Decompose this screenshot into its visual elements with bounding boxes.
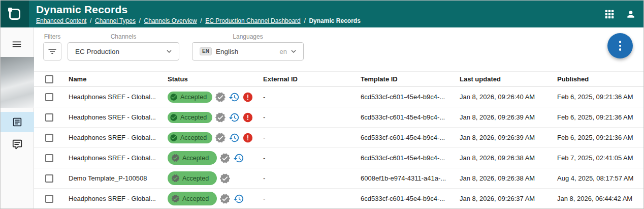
verified-icon[interactable] [215,92,226,103]
sidebar-preview-image [1,57,34,108]
row-checkbox[interactable] [45,195,53,203]
breadcrumb-separator: / [197,17,206,24]
check-icon [170,113,178,122]
table-row[interactable]: Headphones SREF - Global... Accepted - 6… [34,189,643,209]
breadcrumb-link[interactable]: Channels Overview [144,17,197,24]
verified-icon[interactable] [219,173,231,184]
status-badge: Accepted [168,151,217,165]
history-icon[interactable] [229,132,240,143]
languages-select[interactable]: EN English en [192,42,304,61]
status-cell: Accepted [168,171,250,185]
last-updated: Jan 8, 2026, 09:26:38 AM [453,168,551,189]
row-checkbox[interactable] [45,154,53,162]
status-label: Accepted [182,195,209,203]
breadcrumb-link[interactable]: Dynamic Records [309,17,360,24]
alert-icon[interactable] [242,132,253,143]
status-badge: Accepted [168,112,212,123]
verified-icon[interactable] [215,112,226,123]
sidebar-item-comments[interactable] [1,134,34,155]
language-flag-chip: EN [200,47,212,55]
check-icon [171,194,180,203]
languages-group: Languages EN English en [192,34,304,61]
table-row[interactable]: Headphones SREF - Global... Accepted - 6… [34,148,643,168]
column-header-last-updated[interactable]: Last updated [453,72,551,87]
table-row[interactable]: Headphones SREF - Global... Accepted - 6… [34,128,643,148]
breadcrumb-separator: / [136,17,144,24]
row-checkbox[interactable] [45,174,53,183]
status-label: Accepted [180,93,207,101]
main-content: Filters Channels EC Production Lan [34,27,643,209]
record-name: Headphones SREF - Global... [62,107,161,128]
published: Feb 6, 2025, 09:21:36 AM [551,128,643,148]
records-table: NameStatusExternal IDTemplate IDLast upd… [34,71,643,209]
status-cell: Accepted [168,92,250,103]
last-updated: Jan 8, 2026, 09:26:37 AM [453,189,551,209]
channels-group: Channels EC Production [68,34,179,61]
column-header-external-id[interactable]: External ID [256,72,354,87]
breadcrumb-link[interactable]: EC Production Channel Dashboard [205,17,300,24]
alert-icon[interactable] [242,112,253,123]
language-code: en [280,48,287,55]
history-icon[interactable] [233,153,244,164]
check-icon [170,134,178,142]
history-icon[interactable] [229,92,240,103]
external-id: - [256,87,354,107]
column-header-published[interactable]: Published [551,72,643,87]
status-badge: Accepted [168,92,212,103]
breadcrumb-link[interactable]: Channel Types [95,17,136,24]
filters-label: Filters [44,34,61,40]
check-icon [170,93,178,101]
verified-icon[interactable] [215,132,226,143]
account-icon[interactable] [625,9,636,20]
record-name: Headphones SREF - Global... [62,148,161,168]
verified-icon[interactable] [219,193,231,204]
breadcrumb-link[interactable]: Enhanced Content [36,17,86,24]
table-header-row: NameStatusExternal IDTemplate IDLast upd… [34,72,643,87]
alert-icon[interactable] [242,92,253,103]
history-icon[interactable] [229,112,240,123]
languages-label: Languages [233,34,263,40]
external-id: - [256,128,354,148]
row-checkbox[interactable] [45,93,53,101]
more-vertical-icon [619,41,622,51]
published: Feb 6, 2025, 09:21:36 AM [551,87,643,107]
last-updated: Jan 8, 2026, 09:26:40 AM [453,87,551,107]
more-actions-fab[interactable] [607,33,633,58]
app-logo[interactable] [1,1,29,27]
column-header-template-id[interactable]: Template ID [354,72,453,87]
menu-icon[interactable] [11,39,23,51]
select-all-checkbox[interactable] [45,75,53,83]
status-label: Accepted [180,113,207,122]
template-id: 6cd533cf-c601-45e4-b9c4-... [354,189,453,209]
channels-select[interactable]: EC Production [68,42,179,61]
external-id: - [256,107,354,128]
body: Filters Channels EC Production Lan [1,27,643,209]
sidebar-item-records[interactable] [1,112,34,132]
filter-icon [47,46,57,56]
row-checkbox[interactable] [45,113,53,122]
apps-grid-icon[interactable] [604,9,615,20]
last-updated: Jan 8, 2026, 09:26:39 AM [453,107,551,128]
breadcrumb-separator: / [86,17,95,24]
history-icon[interactable] [233,193,244,204]
column-header-status[interactable]: Status [161,72,256,87]
record-name: Headphones SREF - Global... [62,189,161,209]
published: Feb 6, 2025, 09:21:36 AM [551,107,643,128]
status-cell: Accepted [168,151,250,165]
status-cell: Accepted [168,192,250,205]
record-name: Headphones SREF - Global... [62,87,161,107]
table-row[interactable]: Demo Template_P-100508 Accepted - 6008ef… [34,168,643,189]
table-row[interactable]: Headphones SREF - Global... Accepted - 6… [34,87,643,107]
row-checkbox[interactable] [45,134,53,142]
external-id: - [256,148,354,168]
verified-icon[interactable] [219,153,231,164]
breadcrumb-separator: / [301,17,309,24]
filters-group: Filters [43,34,61,61]
table-row[interactable]: Headphones SREF - Global... Accepted - 6… [34,107,643,128]
app-logo-icon [8,8,21,21]
check-icon [171,174,180,183]
last-updated: Jan 8, 2026, 09:26:39 AM [453,128,551,148]
language-value: English [216,48,238,55]
column-header-name[interactable]: Name [62,72,161,87]
filter-button[interactable] [43,42,61,61]
